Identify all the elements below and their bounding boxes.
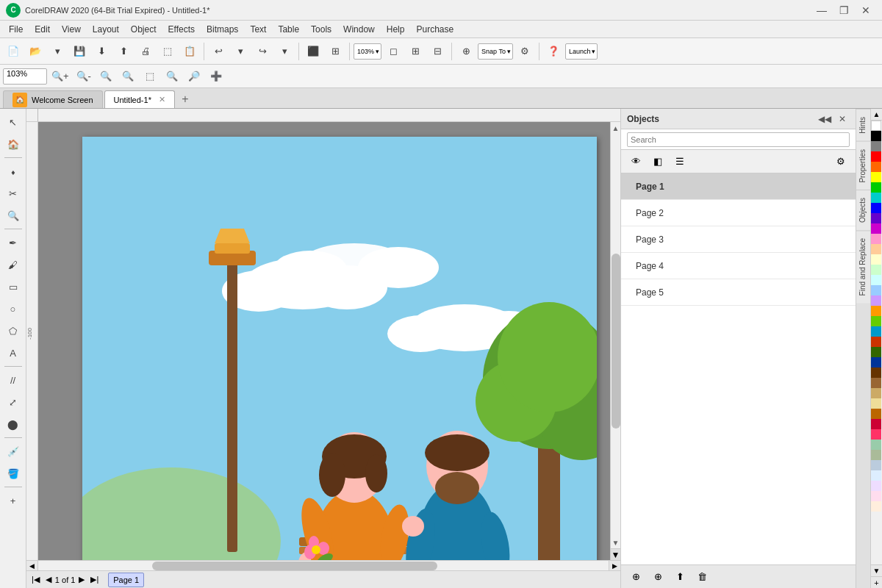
canvas-main[interactable] bbox=[38, 122, 610, 560]
color-peach[interactable] bbox=[871, 244, 881, 254]
color-darkblue[interactable] bbox=[871, 357, 881, 368]
color-blue[interactable] bbox=[871, 203, 881, 213]
add-lt-btn[interactable]: + bbox=[3, 490, 24, 511]
color-wheat[interactable] bbox=[871, 398, 881, 409]
help-button[interactable]: ❓ bbox=[543, 41, 564, 62]
palette-scroll-down[interactable]: ▼ bbox=[871, 564, 882, 576]
zoom-dropdown[interactable]: 103%▾ bbox=[354, 43, 381, 60]
options-button[interactable]: ⚙ bbox=[514, 41, 535, 62]
color-sienna[interactable] bbox=[871, 409, 881, 419]
scrollbar-vertical[interactable]: ▲ ▼ ▼ bbox=[610, 122, 620, 560]
color-purple[interactable] bbox=[871, 213, 881, 223]
zoom-tool[interactable]: 🔍 bbox=[3, 205, 24, 226]
paste-button[interactable]: 📋 bbox=[179, 41, 200, 62]
panel-close-button[interactable]: ✕ bbox=[835, 112, 850, 126]
color-yellow[interactable] bbox=[871, 172, 881, 182]
color-white[interactable] bbox=[871, 121, 881, 131]
color-lightblue[interactable] bbox=[871, 285, 881, 295]
tab-close-icon[interactable]: ✕ bbox=[159, 95, 165, 104]
color-gray[interactable] bbox=[871, 141, 881, 151]
tab-document[interactable]: Untitled-1* ✕ bbox=[104, 90, 175, 108]
show-all-icon[interactable]: 👁 bbox=[627, 153, 645, 171]
text-tool[interactable]: A bbox=[3, 343, 24, 363]
menu-edit[interactable]: Edit bbox=[29, 23, 56, 36]
marquee-zoom[interactable]: ⬚ bbox=[140, 66, 160, 87]
tab-objects[interactable]: Objects bbox=[856, 190, 870, 230]
connector-tool[interactable]: ⤢ bbox=[3, 392, 24, 412]
page-item-1[interactable]: Page 1 bbox=[621, 173, 856, 200]
color-tan[interactable] bbox=[871, 378, 881, 388]
page-item-3[interactable]: Page 3 bbox=[621, 226, 856, 253]
eyedropper-tool[interactable]: 💉 bbox=[3, 441, 24, 462]
scroll-down-button[interactable]: ▼ bbox=[611, 537, 620, 548]
align-btn[interactable]: ⊞ bbox=[325, 41, 345, 62]
move-up-button[interactable]: ⬆ bbox=[671, 568, 689, 586]
menu-effects[interactable]: Effects bbox=[162, 23, 201, 36]
color-orange[interactable] bbox=[871, 162, 881, 172]
menu-bitmaps[interactable]: Bitmaps bbox=[201, 23, 244, 36]
scrollbar-thumb-v[interactable] bbox=[612, 254, 620, 429]
page-item-2[interactable]: Page 2 bbox=[621, 200, 856, 226]
panel-settings-icon[interactable]: ⚙ bbox=[832, 153, 850, 171]
add-btn[interactable]: ➕ bbox=[206, 66, 226, 87]
select-tool[interactable]: ↖ bbox=[3, 112, 24, 132]
page-tab-1[interactable]: Page 1 bbox=[108, 573, 144, 587]
layer-icon[interactable]: ◧ bbox=[649, 153, 667, 171]
tab-welcome[interactable]: 🏠 Welcome Screen bbox=[3, 90, 103, 108]
color-green[interactable] bbox=[871, 182, 881, 193]
rectangle-tool[interactable]: ▭ bbox=[3, 276, 24, 297]
guideline-btn[interactable]: ⊟ bbox=[427, 41, 448, 62]
color-linen[interactable] bbox=[871, 501, 881, 512]
grid-btn[interactable]: ⊞ bbox=[405, 41, 426, 62]
measure-tool[interactable]: ⬤ bbox=[3, 414, 24, 434]
artistic-media-tool[interactable]: 🖌 bbox=[3, 254, 24, 275]
tab-hints[interactable]: Hints bbox=[856, 109, 870, 141]
color-lime[interactable] bbox=[871, 316, 881, 326]
polygon-tool[interactable]: ⬠ bbox=[3, 320, 24, 341]
palette-add-button[interactable]: + bbox=[871, 576, 882, 588]
page-nav-btn[interactable]: ▼ bbox=[611, 548, 620, 560]
color-hotpink[interactable] bbox=[871, 429, 881, 440]
page-item-4[interactable]: Page 4 bbox=[621, 253, 856, 279]
menu-purchase[interactable]: Purchase bbox=[410, 23, 459, 36]
color-amber[interactable] bbox=[871, 306, 881, 316]
menu-window[interactable]: Window bbox=[337, 23, 381, 36]
search-input[interactable] bbox=[627, 132, 850, 147]
zoom-prev[interactable]: 🔍 bbox=[162, 66, 182, 87]
color-pink[interactable] bbox=[871, 234, 881, 244]
color-magenta[interactable] bbox=[871, 223, 881, 234]
freehand-tool[interactable]: ✒ bbox=[3, 232, 24, 253]
restore-button[interactable]: ❐ bbox=[833, 3, 854, 18]
new-button[interactable]: 📄 bbox=[3, 41, 24, 62]
undo-button[interactable]: ↩ bbox=[208, 41, 229, 62]
crop-tool[interactable]: ✂ bbox=[3, 183, 24, 204]
color-darkgreen[interactable] bbox=[871, 347, 881, 357]
tab-find-replace[interactable]: Find and Replace bbox=[856, 230, 870, 303]
palette-scroll-up[interactable]: ▲ bbox=[871, 109, 882, 121]
menu-object[interactable]: Object bbox=[125, 23, 162, 36]
menu-text[interactable]: Text bbox=[244, 23, 272, 36]
zoom-in-button[interactable]: 🔍+ bbox=[49, 66, 72, 87]
color-moss[interactable] bbox=[871, 450, 881, 460]
zoom-out-button[interactable]: 🔍- bbox=[74, 66, 94, 87]
color-lightyellow[interactable] bbox=[871, 254, 881, 265]
menu-table[interactable]: Table bbox=[272, 23, 305, 36]
scroll-up-button[interactable]: ▲ bbox=[611, 122, 620, 134]
close-button[interactable]: ✕ bbox=[856, 3, 876, 18]
redo-button[interactable]: ↪ bbox=[252, 41, 273, 62]
color-darkred[interactable] bbox=[871, 337, 881, 347]
color-sand[interactable] bbox=[871, 388, 881, 398]
scroll-left-button[interactable]: ◀ bbox=[26, 561, 38, 570]
menu-help[interactable]: Help bbox=[381, 23, 411, 36]
zoom-reset[interactable]: 🔍 bbox=[96, 66, 116, 87]
delete-button[interactable]: 🗑 bbox=[693, 568, 711, 586]
tab-add-button[interactable]: + bbox=[176, 90, 194, 108]
first-page-btn[interactable]: |◀ bbox=[29, 575, 42, 584]
undo-dropdown[interactable]: ▾ bbox=[230, 41, 251, 62]
import-button[interactable]: ⬇ bbox=[91, 41, 112, 62]
open-button[interactable]: 📂 bbox=[25, 41, 46, 62]
panel-pin-button[interactable]: ◀◀ bbox=[817, 112, 832, 126]
copy-button[interactable]: ⬚ bbox=[157, 41, 178, 62]
color-lightgreen[interactable] bbox=[871, 265, 881, 275]
scrollbar-thumb-h[interactable] bbox=[152, 562, 437, 570]
